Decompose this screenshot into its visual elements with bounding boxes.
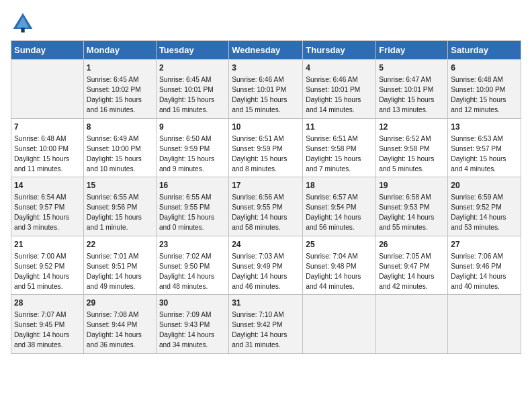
day-cell: 9Sunrise: 6:50 AM Sunset: 9:59 PM Daylig… bbox=[156, 118, 228, 177]
day-info: Sunrise: 7:07 AM Sunset: 9:45 PM Dayligh… bbox=[14, 311, 69, 349]
day-info: Sunrise: 6:49 AM Sunset: 10:00 PM Daylig… bbox=[87, 135, 142, 173]
day-info: Sunrise: 7:01 AM Sunset: 9:51 PM Dayligh… bbox=[87, 253, 142, 290]
day-header-friday: Friday bbox=[376, 41, 448, 60]
day-number: 9 bbox=[159, 122, 226, 132]
day-info: Sunrise: 6:48 AM Sunset: 10:00 PM Daylig… bbox=[14, 135, 69, 173]
day-number: 3 bbox=[232, 62, 300, 73]
day-info: Sunrise: 6:59 AM Sunset: 9:52 PM Dayligh… bbox=[451, 193, 506, 231]
day-info: Sunrise: 6:55 AM Sunset: 9:56 PM Dayligh… bbox=[87, 193, 142, 231]
day-cell: 14Sunrise: 6:54 AM Sunset: 9:57 PM Dayli… bbox=[11, 177, 84, 236]
day-cell: 22Sunrise: 7:01 AM Sunset: 9:51 PM Dayli… bbox=[83, 236, 156, 295]
day-cell: 4Sunrise: 6:46 AM Sunset: 10:01 PM Dayli… bbox=[303, 60, 376, 119]
day-number: 29 bbox=[87, 298, 153, 308]
day-number: 20 bbox=[451, 180, 518, 191]
day-info: Sunrise: 6:45 AM Sunset: 10:02 PM Daylig… bbox=[87, 76, 142, 113]
day-info: Sunrise: 7:02 AM Sunset: 9:50 PM Dayligh… bbox=[159, 253, 214, 290]
day-number: 8 bbox=[87, 122, 153, 132]
day-number: 17 bbox=[232, 180, 300, 191]
day-number: 7 bbox=[14, 122, 81, 132]
day-cell bbox=[11, 60, 84, 119]
day-info: Sunrise: 6:47 AM Sunset: 10:01 PM Daylig… bbox=[379, 76, 434, 113]
day-info: Sunrise: 6:55 AM Sunset: 9:55 PM Dayligh… bbox=[159, 193, 214, 231]
day-cell bbox=[303, 295, 376, 354]
day-header-monday: Monday bbox=[83, 41, 156, 60]
header bbox=[11, 11, 521, 35]
day-number: 26 bbox=[379, 239, 445, 250]
day-info: Sunrise: 6:45 AM Sunset: 10:01 PM Daylig… bbox=[159, 76, 214, 113]
day-number: 14 bbox=[14, 180, 81, 191]
day-number: 1 bbox=[87, 62, 153, 73]
day-cell: 16Sunrise: 6:55 AM Sunset: 9:55 PM Dayli… bbox=[156, 177, 228, 236]
day-info: Sunrise: 7:03 AM Sunset: 9:49 PM Dayligh… bbox=[232, 253, 287, 290]
day-info: Sunrise: 6:54 AM Sunset: 9:57 PM Dayligh… bbox=[14, 193, 69, 231]
day-number: 2 bbox=[159, 62, 226, 73]
day-cell: 23Sunrise: 7:02 AM Sunset: 9:50 PM Dayli… bbox=[156, 236, 228, 295]
day-number: 24 bbox=[232, 239, 300, 250]
day-info: Sunrise: 6:53 AM Sunset: 9:57 PM Dayligh… bbox=[451, 135, 506, 173]
day-number: 13 bbox=[451, 122, 518, 132]
week-row-5: 28Sunrise: 7:07 AM Sunset: 9:45 PM Dayli… bbox=[11, 295, 521, 354]
day-info: Sunrise: 6:50 AM Sunset: 9:59 PM Dayligh… bbox=[159, 135, 214, 173]
day-info: Sunrise: 6:46 AM Sunset: 10:01 PM Daylig… bbox=[232, 76, 287, 113]
day-number: 25 bbox=[306, 239, 373, 250]
day-header-sunday: Sunday bbox=[11, 41, 84, 60]
logo-icon bbox=[11, 11, 35, 35]
day-cell: 7Sunrise: 6:48 AM Sunset: 10:00 PM Dayli… bbox=[11, 118, 84, 177]
day-header-wednesday: Wednesday bbox=[229, 41, 303, 60]
day-cell: 15Sunrise: 6:55 AM Sunset: 9:56 PM Dayli… bbox=[83, 177, 156, 236]
day-cell: 31Sunrise: 7:10 AM Sunset: 9:42 PM Dayli… bbox=[229, 295, 303, 354]
week-row-2: 7Sunrise: 6:48 AM Sunset: 10:00 PM Dayli… bbox=[11, 118, 521, 177]
day-info: Sunrise: 7:06 AM Sunset: 9:46 PM Dayligh… bbox=[451, 253, 506, 290]
day-cell: 30Sunrise: 7:09 AM Sunset: 9:43 PM Dayli… bbox=[156, 295, 228, 354]
days-header-row: SundayMondayTuesdayWednesdayThursdayFrid… bbox=[11, 41, 521, 60]
day-info: Sunrise: 6:56 AM Sunset: 9:55 PM Dayligh… bbox=[232, 193, 287, 231]
day-header-saturday: Saturday bbox=[448, 41, 521, 60]
day-cell: 5Sunrise: 6:47 AM Sunset: 10:01 PM Dayli… bbox=[376, 60, 448, 119]
day-cell: 8Sunrise: 6:49 AM Sunset: 10:00 PM Dayli… bbox=[83, 118, 156, 177]
day-info: Sunrise: 6:52 AM Sunset: 9:58 PM Dayligh… bbox=[379, 135, 434, 173]
day-info: Sunrise: 7:09 AM Sunset: 9:43 PM Dayligh… bbox=[159, 311, 214, 349]
logo bbox=[11, 11, 39, 35]
day-header-thursday: Thursday bbox=[303, 41, 376, 60]
day-number: 6 bbox=[451, 62, 518, 73]
day-number: 28 bbox=[14, 298, 81, 308]
day-number: 19 bbox=[379, 180, 445, 191]
day-cell bbox=[448, 295, 521, 354]
day-cell: 25Sunrise: 7:04 AM Sunset: 9:48 PM Dayli… bbox=[303, 236, 376, 295]
day-cell: 17Sunrise: 6:56 AM Sunset: 9:55 PM Dayli… bbox=[229, 177, 303, 236]
week-row-3: 14Sunrise: 6:54 AM Sunset: 9:57 PM Dayli… bbox=[11, 177, 521, 236]
day-cell: 27Sunrise: 7:06 AM Sunset: 9:46 PM Dayli… bbox=[448, 236, 521, 295]
day-cell: 28Sunrise: 7:07 AM Sunset: 9:45 PM Dayli… bbox=[11, 295, 84, 354]
day-cell: 21Sunrise: 7:00 AM Sunset: 9:52 PM Dayli… bbox=[11, 236, 84, 295]
day-number: 22 bbox=[87, 239, 153, 250]
day-number: 10 bbox=[232, 122, 300, 132]
day-cell: 20Sunrise: 6:59 AM Sunset: 9:52 PM Dayli… bbox=[448, 177, 521, 236]
day-info: Sunrise: 6:46 AM Sunset: 10:01 PM Daylig… bbox=[306, 76, 361, 113]
day-number: 21 bbox=[14, 239, 81, 250]
day-info: Sunrise: 7:00 AM Sunset: 9:52 PM Dayligh… bbox=[14, 253, 69, 290]
day-info: Sunrise: 6:48 AM Sunset: 10:00 PM Daylig… bbox=[451, 76, 506, 113]
day-cell: 6Sunrise: 6:48 AM Sunset: 10:00 PM Dayli… bbox=[448, 60, 521, 119]
day-info: Sunrise: 6:51 AM Sunset: 9:58 PM Dayligh… bbox=[306, 135, 361, 173]
day-info: Sunrise: 7:04 AM Sunset: 9:48 PM Dayligh… bbox=[306, 253, 361, 290]
day-cell: 13Sunrise: 6:53 AM Sunset: 9:57 PM Dayli… bbox=[448, 118, 521, 177]
day-header-tuesday: Tuesday bbox=[156, 41, 228, 60]
day-cell: 29Sunrise: 7:08 AM Sunset: 9:44 PM Dayli… bbox=[83, 295, 156, 354]
day-cell: 3Sunrise: 6:46 AM Sunset: 10:01 PM Dayli… bbox=[229, 60, 303, 119]
day-number: 5 bbox=[379, 62, 445, 73]
day-cell: 2Sunrise: 6:45 AM Sunset: 10:01 PM Dayli… bbox=[156, 60, 228, 119]
day-number: 27 bbox=[451, 239, 518, 250]
day-cell: 10Sunrise: 6:51 AM Sunset: 9:59 PM Dayli… bbox=[229, 118, 303, 177]
day-info: Sunrise: 6:57 AM Sunset: 9:54 PM Dayligh… bbox=[306, 193, 361, 231]
day-info: Sunrise: 6:51 AM Sunset: 9:59 PM Dayligh… bbox=[232, 135, 287, 173]
day-cell: 12Sunrise: 6:52 AM Sunset: 9:58 PM Dayli… bbox=[376, 118, 448, 177]
svg-rect-2 bbox=[21, 28, 24, 32]
day-cell: 26Sunrise: 7:05 AM Sunset: 9:47 PM Dayli… bbox=[376, 236, 448, 295]
day-number: 16 bbox=[159, 180, 226, 191]
day-number: 31 bbox=[232, 298, 300, 308]
day-cell: 1Sunrise: 6:45 AM Sunset: 10:02 PM Dayli… bbox=[83, 60, 156, 119]
day-info: Sunrise: 7:10 AM Sunset: 9:42 PM Dayligh… bbox=[232, 311, 287, 349]
day-number: 30 bbox=[159, 298, 226, 308]
day-info: Sunrise: 7:05 AM Sunset: 9:47 PM Dayligh… bbox=[379, 253, 434, 290]
day-info: Sunrise: 6:58 AM Sunset: 9:53 PM Dayligh… bbox=[379, 193, 434, 231]
